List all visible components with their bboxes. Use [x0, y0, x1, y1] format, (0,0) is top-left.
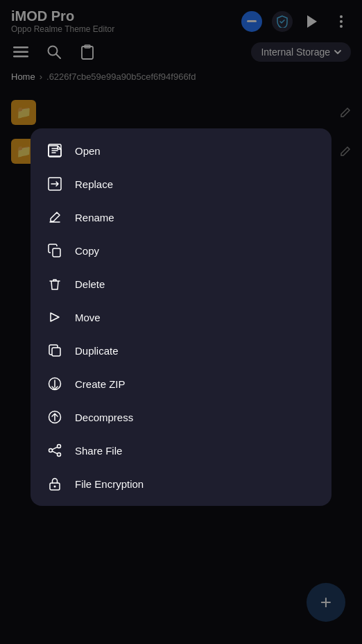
open-icon: [47, 143, 62, 158]
svg-rect-17: [52, 348, 60, 356]
menu-item-move[interactable]: Move: [31, 300, 331, 334]
replace-icon: [47, 176, 62, 192]
menu-item-rename[interactable]: Rename: [31, 201, 331, 234]
svg-point-20: [58, 445, 61, 448]
menu-duplicate-label: Duplicate: [75, 345, 119, 357]
menu-item-replace[interactable]: Replace: [31, 167, 331, 201]
menu-open-label: Open: [75, 145, 101, 157]
menu-decompress-label: Decompress: [75, 412, 133, 423]
menu-item-decompress[interactable]: Decompress: [31, 400, 331, 434]
menu-item-open[interactable]: Open: [31, 134, 331, 167]
menu-item-share-file[interactable]: Share File: [31, 434, 331, 467]
svg-point-21: [49, 449, 53, 452]
copy-icon: [47, 243, 62, 258]
share-icon: [47, 443, 62, 458]
menu-create-zip-label: Create ZIP: [75, 378, 126, 390]
context-menu: Open Replace Rename Copy: [31, 128, 331, 506]
lock-icon: [47, 476, 62, 491]
menu-item-copy[interactable]: Copy: [31, 234, 331, 267]
menu-copy-label: Copy: [75, 245, 99, 257]
menu-item-delete[interactable]: Delete: [31, 267, 331, 300]
svg-rect-14: [53, 248, 60, 257]
svg-line-23: [52, 447, 57, 450]
svg-line-24: [52, 451, 57, 454]
svg-point-26: [54, 486, 56, 488]
rename-icon: [47, 210, 62, 225]
create-zip-icon: [47, 376, 62, 391]
menu-item-create-zip[interactable]: Create ZIP: [31, 367, 331, 400]
svg-point-22: [58, 453, 61, 457]
menu-replace-label: Replace: [75, 178, 113, 190]
menu-move-label: Move: [75, 312, 101, 323]
menu-item-file-encryption[interactable]: File Encryption: [31, 467, 331, 500]
decompress-icon: [47, 409, 62, 425]
svg-marker-15: [51, 313, 59, 321]
menu-item-duplicate[interactable]: Duplicate: [31, 334, 331, 367]
menu-file-encryption-label: File Encryption: [75, 478, 144, 490]
duplicate-icon: [47, 343, 62, 358]
delete-icon: [47, 276, 62, 291]
menu-rename-label: Rename: [75, 212, 114, 223]
move-icon: [47, 310, 62, 325]
menu-share-file-label: Share File: [75, 445, 122, 457]
menu-delete-label: Delete: [75, 278, 105, 290]
